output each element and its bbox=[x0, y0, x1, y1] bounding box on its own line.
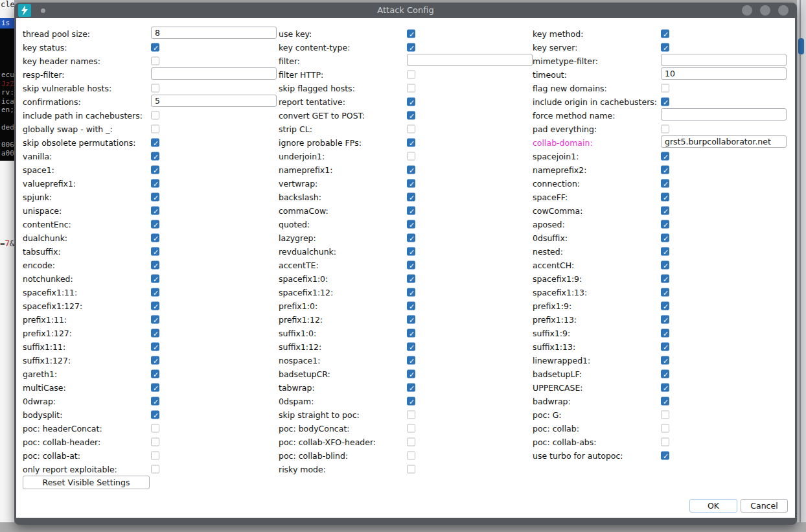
connection-checkbox[interactable]: ✓ bbox=[661, 179, 669, 187]
skip-straight-to-poc-checkbox[interactable] bbox=[407, 410, 415, 419]
prefix1-127-checkbox[interactable]: ✓ bbox=[151, 329, 159, 337]
commacow-checkbox[interactable]: ✓ bbox=[407, 206, 415, 214]
tabwrap-checkbox[interactable]: ✓ bbox=[407, 383, 415, 391]
include-path-in-cachebusters-checkbox[interactable] bbox=[151, 111, 159, 119]
skip-flagged-hosts-checkbox[interactable] bbox=[407, 84, 415, 92]
quoted-checkbox[interactable]: ✓ bbox=[407, 220, 415, 228]
risky-mode-checkbox[interactable] bbox=[407, 465, 415, 473]
spacefix1-0-checkbox[interactable]: ✓ bbox=[407, 274, 415, 283]
force-method-name-input[interactable] bbox=[661, 108, 787, 121]
collab-domain-input[interactable] bbox=[661, 135, 787, 148]
0dwrap-checkbox[interactable]: ✓ bbox=[151, 397, 159, 405]
globally-swap-with-checkbox[interactable] bbox=[151, 124, 159, 133]
mimetype-filter-input[interactable] bbox=[661, 54, 787, 66]
window-control-minimize[interactable] bbox=[742, 5, 752, 16]
revdualchunk-checkbox[interactable]: ✓ bbox=[407, 247, 415, 255]
prefix1-0-checkbox[interactable]: ✓ bbox=[407, 301, 415, 310]
use-key-checkbox[interactable]: ✓ bbox=[407, 29, 415, 38]
timeout-input[interactable] bbox=[661, 67, 787, 80]
contentenc-checkbox[interactable]: ✓ bbox=[151, 220, 159, 228]
pad-everything-checkbox[interactable] bbox=[661, 124, 669, 133]
include-origin-in-cachebusters-checkbox[interactable]: ✓ bbox=[661, 97, 669, 106]
ignore-probable-fps-checkbox[interactable]: ✓ bbox=[407, 138, 415, 146]
use-turbo-for-autopoc-checkbox[interactable]: ✓ bbox=[661, 451, 669, 459]
notchunked-checkbox[interactable]: ✓ bbox=[151, 274, 159, 283]
poc-collab-xfo-header-checkbox[interactable] bbox=[407, 437, 415, 446]
poc-bodyconcat-checkbox[interactable] bbox=[407, 424, 415, 432]
nospace1-checkbox[interactable]: ✓ bbox=[407, 356, 415, 364]
vertwrap-checkbox[interactable]: ✓ bbox=[407, 179, 415, 187]
spacefix1-12-checkbox[interactable]: ✓ bbox=[407, 288, 415, 296]
only-report-exploitable-checkbox[interactable] bbox=[151, 465, 159, 473]
poc-collab-abs-checkbox[interactable] bbox=[661, 437, 669, 446]
reset-visible-settings-button[interactable]: Reset Visible Settings bbox=[23, 476, 150, 489]
suffix1-13-checkbox[interactable]: ✓ bbox=[661, 342, 669, 351]
nested-checkbox[interactable]: ✓ bbox=[661, 247, 669, 255]
key-status-checkbox[interactable]: ✓ bbox=[151, 43, 159, 51]
tabsuffix-checkbox[interactable]: ✓ bbox=[151, 247, 159, 255]
nameprefix2-checkbox[interactable]: ✓ bbox=[661, 165, 669, 174]
0dspam-checkbox[interactable]: ✓ bbox=[407, 397, 415, 405]
prefix1-9-checkbox[interactable]: ✓ bbox=[661, 301, 669, 310]
suffix1-11-checkbox[interactable]: ✓ bbox=[151, 342, 159, 351]
key-method-checkbox[interactable]: ✓ bbox=[661, 29, 669, 38]
resp-filter-input[interactable] bbox=[151, 67, 277, 80]
flag-new-domains-checkbox[interactable] bbox=[661, 84, 669, 92]
window-control-close[interactable] bbox=[778, 5, 789, 16]
spacefix1-11-checkbox[interactable]: ✓ bbox=[151, 288, 159, 296]
underjoin1-checkbox[interactable] bbox=[407, 152, 415, 160]
unispace-checkbox[interactable]: ✓ bbox=[151, 206, 159, 214]
badwrap-checkbox[interactable]: ✓ bbox=[661, 397, 669, 405]
poc-collab-header-checkbox[interactable] bbox=[151, 437, 159, 446]
spacefix1-9-checkbox[interactable]: ✓ bbox=[661, 274, 669, 283]
skip-vulnerable-hosts-checkbox[interactable] bbox=[151, 84, 159, 92]
aposed-checkbox[interactable]: ✓ bbox=[661, 220, 669, 228]
cowcomma-checkbox[interactable]: ✓ bbox=[661, 206, 669, 214]
strip-cl-checkbox[interactable] bbox=[407, 124, 415, 133]
badsetuplf-checkbox[interactable]: ✓ bbox=[661, 369, 669, 378]
window-control-maximize[interactable] bbox=[760, 5, 770, 16]
poc-g-checkbox[interactable] bbox=[661, 410, 669, 419]
confirmations-input[interactable] bbox=[151, 95, 277, 107]
badsetupcr-checkbox[interactable]: ✓ bbox=[407, 369, 415, 378]
poc-collab-at-checkbox[interactable] bbox=[151, 451, 159, 459]
linewrapped1-checkbox[interactable]: ✓ bbox=[661, 356, 669, 364]
dualchunk-checkbox[interactable]: ✓ bbox=[151, 233, 159, 242]
lazygrep-checkbox[interactable]: ✓ bbox=[407, 233, 415, 242]
suffix1-0-checkbox[interactable]: ✓ bbox=[407, 329, 415, 337]
backslash-checkbox[interactable]: ✓ bbox=[407, 192, 415, 201]
accentte-checkbox[interactable]: ✓ bbox=[407, 260, 415, 269]
encode-checkbox[interactable]: ✓ bbox=[151, 260, 159, 269]
spjunk-checkbox[interactable]: ✓ bbox=[151, 192, 159, 201]
vanilla-checkbox[interactable]: ✓ bbox=[151, 152, 159, 160]
accentch-checkbox[interactable]: ✓ bbox=[661, 260, 669, 269]
suffix1-12-checkbox[interactable]: ✓ bbox=[407, 342, 415, 351]
spacefix1-13-checkbox[interactable]: ✓ bbox=[661, 288, 669, 296]
poc-headerconcat-checkbox[interactable] bbox=[151, 424, 159, 432]
key-header-names-checkbox[interactable] bbox=[151, 56, 159, 65]
valueprefix1-checkbox[interactable]: ✓ bbox=[151, 179, 159, 187]
spacefix1-127-checkbox[interactable]: ✓ bbox=[151, 301, 159, 310]
multicase-checkbox[interactable]: ✓ bbox=[151, 383, 159, 391]
spaceff-checkbox[interactable]: ✓ bbox=[661, 192, 669, 201]
gareth1-checkbox[interactable]: ✓ bbox=[151, 369, 159, 378]
0dsuffix-checkbox[interactable]: ✓ bbox=[661, 233, 669, 242]
space1-checkbox[interactable]: ✓ bbox=[151, 165, 159, 174]
prefix1-12-checkbox[interactable]: ✓ bbox=[407, 315, 415, 323]
bodysplit-checkbox[interactable]: ✓ bbox=[151, 410, 159, 419]
uppercase-checkbox[interactable]: ✓ bbox=[661, 383, 669, 391]
skip-obsolete-permutations-checkbox[interactable]: ✓ bbox=[151, 138, 159, 146]
prefix1-11-checkbox[interactable]: ✓ bbox=[151, 315, 159, 323]
thread-pool-size-input[interactable] bbox=[151, 27, 277, 39]
key-content-type-checkbox[interactable]: ✓ bbox=[407, 43, 415, 51]
filter-http-checkbox[interactable] bbox=[407, 70, 415, 78]
filter-input[interactable] bbox=[407, 54, 533, 66]
cancel-button[interactable]: Cancel bbox=[741, 499, 788, 513]
titlebar[interactable]: Attack Config bbox=[14, 3, 797, 18]
suffix1-9-checkbox[interactable]: ✓ bbox=[661, 329, 669, 337]
spacejoin1-checkbox[interactable]: ✓ bbox=[661, 152, 669, 160]
poc-collab-blind-checkbox[interactable] bbox=[407, 451, 415, 459]
convert-get-to-post-checkbox[interactable]: ✓ bbox=[407, 111, 415, 119]
suffix1-127-checkbox[interactable]: ✓ bbox=[151, 356, 159, 364]
ok-button[interactable]: OK bbox=[689, 499, 737, 513]
